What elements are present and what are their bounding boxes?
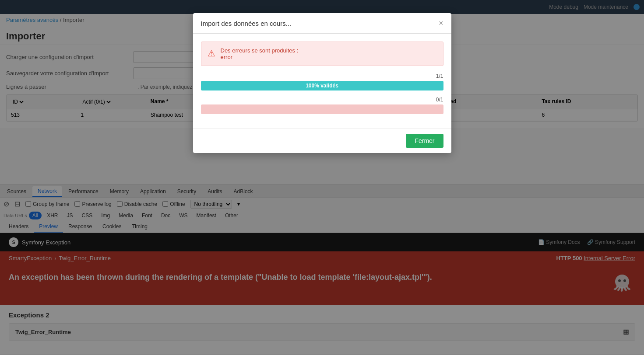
progress-section-2: 0/1 — [201, 97, 443, 114]
progress-section-1: 1/1 100% validés — [201, 73, 443, 90]
alert-text-content: Des erreurs se sont produites : error — [221, 47, 299, 60]
alert-error-title: Des erreurs se sont produites : — [221, 47, 299, 54]
progress-bar-2-fill — [201, 104, 443, 114]
progress-bar-2 — [201, 104, 443, 114]
import-modal: Import des données en cours... × ⚠ Des e… — [193, 13, 451, 153]
fermer-btn[interactable]: Fermer — [406, 134, 443, 148]
modal-overlay: Import des données en cours... × ⚠ Des e… — [0, 0, 644, 355]
page-container: Mode debug Mode maintenance Paramètres a… — [0, 0, 644, 355]
progress-bar-1-fill: 100% validés — [201, 81, 443, 90]
progress-2-label: 0/1 — [201, 97, 443, 103]
progress-1-label: 1/1 — [201, 73, 443, 79]
modal-header: Import des données en cours... × — [193, 13, 451, 34]
modal-title: Import des données en cours... — [201, 20, 292, 27]
modal-footer: Fermer — [193, 128, 451, 153]
progress-1-text: 100% validés — [201, 83, 443, 89]
modal-close-btn[interactable]: × — [439, 19, 443, 27]
alert-error-detail: error — [221, 54, 299, 60]
error-alert: ⚠ Des erreurs se sont produites : error — [201, 42, 443, 66]
alert-warning-icon: ⚠ — [208, 48, 215, 59]
progress-bar-1: 100% validés — [201, 81, 443, 90]
modal-body: ⚠ Des erreurs se sont produites : error … — [193, 34, 451, 128]
